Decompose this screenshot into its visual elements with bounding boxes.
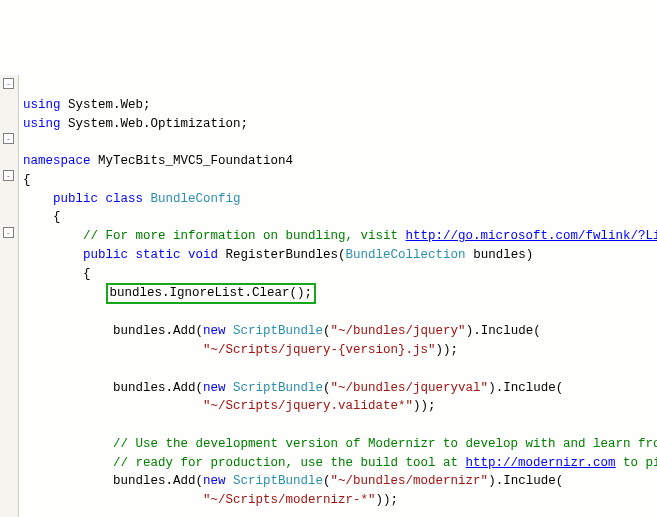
type: BundleConfig: [143, 192, 241, 206]
code-line: bundles.IgnoreList.Clear();: [23, 283, 657, 303]
code-line: // For more information on bundling, vis…: [23, 227, 657, 246]
keyword: new: [203, 324, 226, 338]
fold-gutter: - - - -: [0, 75, 19, 517]
string: "~/bundles/jqueryval": [331, 381, 489, 395]
type: ScriptBundle: [226, 474, 324, 488]
code-line: public static void RegisterBundles(Bundl…: [23, 246, 657, 265]
code-line: public class BundleConfig: [23, 190, 657, 209]
fold-toggle[interactable]: -: [3, 78, 14, 89]
keyword: new: [203, 474, 226, 488]
string: "~/bundles/jquery": [331, 324, 466, 338]
code-line: using System.Web;: [23, 96, 657, 115]
keyword: public: [23, 192, 98, 206]
highlighted-code: bundles.IgnoreList.Clear();: [106, 283, 317, 303]
fold-toggle[interactable]: -: [3, 227, 14, 238]
type: ScriptBundle: [226, 324, 324, 338]
fold-toggle[interactable]: -: [3, 133, 14, 144]
code-line: [23, 416, 657, 435]
code-line: "~/Scripts/modernizr-*"));: [23, 491, 657, 510]
comment: // For more information on bundling, vis…: [23, 229, 406, 243]
keyword: new: [203, 381, 226, 395]
keyword: static: [128, 248, 181, 262]
comment-link[interactable]: http://go.microsoft.com/fwlink/?LinkId=3…: [406, 229, 657, 243]
comment: // ready for production, use the build t…: [23, 456, 466, 470]
keyword: void: [181, 248, 219, 262]
comment: to pick only: [616, 456, 657, 470]
code-area[interactable]: using System.Web;using System.Web.Optimi…: [19, 75, 657, 517]
keyword: namespace: [23, 154, 91, 168]
keyword: public: [23, 248, 128, 262]
code-line: "~/Scripts/jquery.validate*"));: [23, 397, 657, 416]
code-line: {: [23, 171, 657, 190]
code-line: bundles.Add(new ScriptBundle("~/bundles/…: [23, 379, 657, 398]
comment: // Use the development version of Modern…: [23, 437, 657, 451]
code-line: bundles.Add(new ScriptBundle("~/bundles/…: [23, 472, 657, 491]
code-line: // Use the development version of Modern…: [23, 435, 657, 454]
code-line: using System.Web.Optimization;: [23, 115, 657, 134]
code-line: [23, 133, 657, 152]
type: BundleCollection: [346, 248, 466, 262]
code-line: [23, 304, 657, 323]
code-line: namespace MyTecBits_MVC5_Foundation4: [23, 152, 657, 171]
string: "~/Scripts/modernizr-*": [203, 493, 376, 507]
code-editor: - - - - using System.Web;using System.We…: [0, 75, 657, 517]
code-line: {: [23, 265, 657, 284]
fold-toggle[interactable]: -: [3, 170, 14, 181]
string: "~/Scripts/jquery.validate*": [203, 399, 413, 413]
code-line: // ready for production, use the build t…: [23, 454, 657, 473]
code-line: [23, 510, 657, 517]
comment-link[interactable]: http://modernizr.com: [466, 456, 616, 470]
code-line: bundles.Add(new ScriptBundle("~/bundles/…: [23, 322, 657, 341]
type: ScriptBundle: [226, 381, 324, 395]
code-line: {: [23, 208, 657, 227]
string: "~/Scripts/jquery-{version}.js": [203, 343, 436, 357]
keyword: class: [98, 192, 143, 206]
code-line: "~/Scripts/jquery-{version}.js"));: [23, 341, 657, 360]
string: "~/bundles/modernizr": [331, 474, 489, 488]
code-line: [23, 360, 657, 379]
